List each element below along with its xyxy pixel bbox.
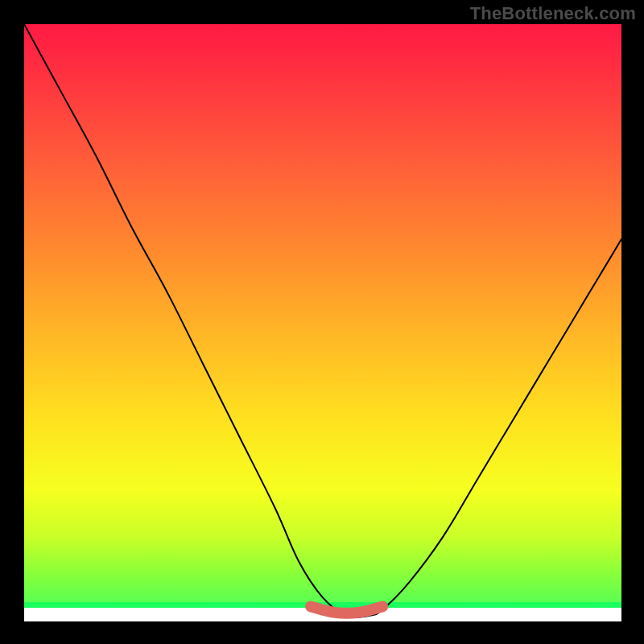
green-strip — [24, 602, 621, 608]
bottleneck-curve — [24, 24, 621, 617]
chart-frame: TheBottleneck.com — [0, 0, 644, 644]
curve-layer — [24, 24, 621, 621]
white-band — [24, 608, 621, 621]
plot-area — [24, 24, 621, 621]
watermark-text: TheBottleneck.com — [470, 3, 636, 24]
